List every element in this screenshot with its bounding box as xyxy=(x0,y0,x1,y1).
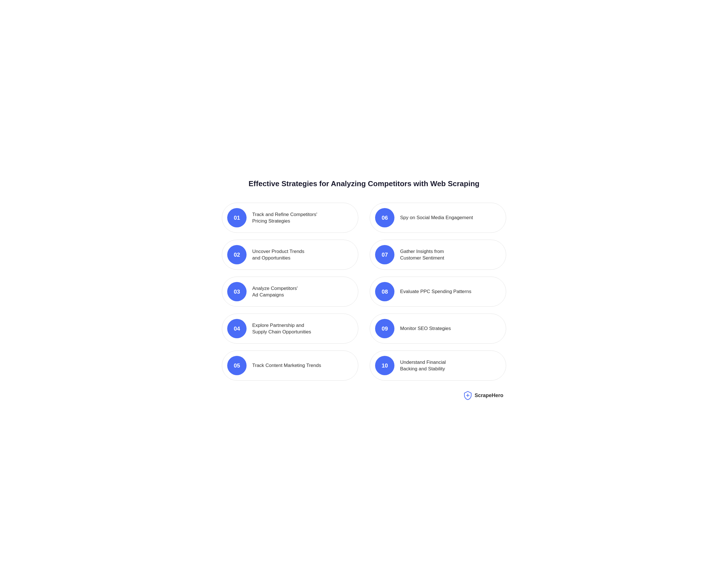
strategy-number-10: 10 xyxy=(375,356,394,375)
strategy-number-03: 03 xyxy=(227,282,246,301)
strategy-card-05: 05Track Content Marketing Trends xyxy=(222,351,358,381)
strategy-number-07: 07 xyxy=(375,245,394,264)
page-title: Effective Strategies for Analyzing Compe… xyxy=(222,179,506,189)
strategy-label-05: Track Content Marketing Trends xyxy=(252,362,321,369)
strategies-grid: 01Track and Refine Competitors'Pricing S… xyxy=(222,203,506,381)
strategy-label-01: Track and Refine Competitors'Pricing Str… xyxy=(252,211,317,225)
strategy-number-09: 09 xyxy=(375,319,394,338)
strategy-number-01: 01 xyxy=(227,208,246,227)
strategy-label-09: Monitor SEO Strategies xyxy=(400,325,451,332)
strategy-card-08: 08Evaluate PPC Spending Patterns xyxy=(370,277,506,307)
strategy-card-03: 03Analyze Competitors'Ad Campaigns xyxy=(222,277,358,307)
strategy-label-03: Analyze Competitors'Ad Campaigns xyxy=(252,285,298,299)
strategy-number-05: 05 xyxy=(227,356,246,375)
strategy-label-07: Gather Insights fromCustomer Sentiment xyxy=(400,248,444,262)
strategy-label-04: Explore Partnership andSupply Chain Oppo… xyxy=(252,322,311,336)
strategy-card-07: 07Gather Insights fromCustomer Sentiment xyxy=(370,240,506,270)
page-wrapper: Effective Strategies for Analyzing Compe… xyxy=(222,179,506,400)
strategy-number-08: 08 xyxy=(375,282,394,301)
brand-logo: ScrapeHero xyxy=(463,391,503,400)
strategy-card-02: 02Uncover Product Trendsand Opportunitie… xyxy=(222,240,358,270)
strategy-card-01: 01Track and Refine Competitors'Pricing S… xyxy=(222,203,358,233)
brand-name: ScrapeHero xyxy=(475,392,503,398)
strategy-label-08: Evaluate PPC Spending Patterns xyxy=(400,288,471,295)
strategy-label-02: Uncover Product Trendsand Opportunities xyxy=(252,248,304,262)
scrapehero-icon xyxy=(463,391,472,400)
strategy-card-09: 09Monitor SEO Strategies xyxy=(370,313,506,343)
strategy-label-06: Spy on Social Media Engagement xyxy=(400,214,473,221)
strategy-card-10: 10Understand FinancialBacking and Stabil… xyxy=(370,351,506,381)
strategy-number-04: 04 xyxy=(227,319,246,338)
strategy-label-10: Understand FinancialBacking and Stabilit… xyxy=(400,359,446,373)
strategy-card-06: 06Spy on Social Media Engagement xyxy=(370,203,506,233)
strategy-number-06: 06 xyxy=(375,208,394,227)
strategy-number-02: 02 xyxy=(227,245,246,264)
footer: ScrapeHero xyxy=(222,391,506,400)
strategy-card-04: 04Explore Partnership andSupply Chain Op… xyxy=(222,313,358,343)
